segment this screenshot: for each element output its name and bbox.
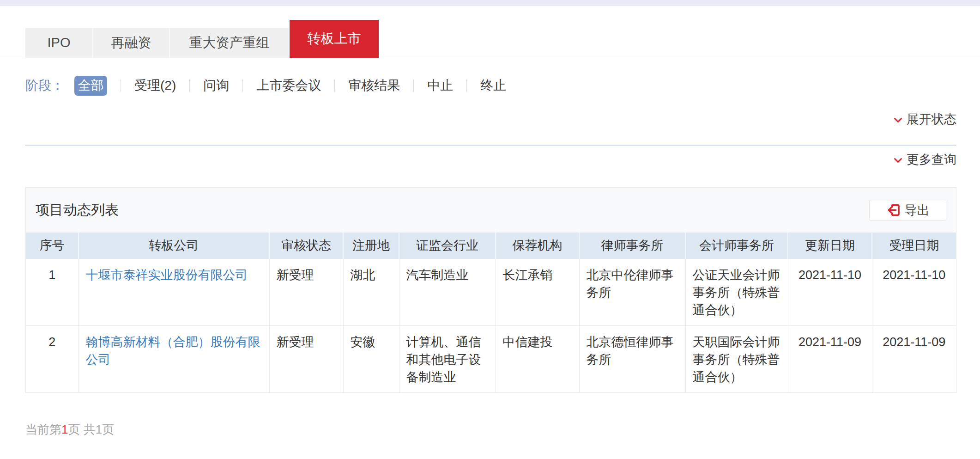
project-list-panel: 项目动态列表 导出 序号 转板公司 审核状态 注册地 证监 (25, 187, 956, 393)
cell-serial-number: 1 (26, 258, 79, 325)
chevron-down-icon (894, 158, 902, 163)
expand-status-toggle[interactable]: 展开状态 (25, 113, 956, 126)
table-row: 1 十堰市泰祥实业股份有限公司 新受理 湖北 汽车制造业 长江承销 北京中伦律师… (26, 258, 956, 325)
more-query-label[interactable]: 更多查询 (907, 151, 956, 168)
panel-header: 项目动态列表 导出 (26, 188, 956, 233)
cell-csrc-industry: 计算机、通信和其他电子设备制造业 (399, 325, 496, 392)
tab-major-asset-restructuring[interactable]: 重大资产重组 (170, 28, 290, 58)
export-button-label: 导出 (905, 202, 930, 219)
table-header-row: 序号 转板公司 审核状态 注册地 证监会行业 保荐机构 律师事务所 会计师事务所… (26, 233, 956, 258)
stage-option-suspended[interactable]: 中止 (414, 77, 466, 94)
table-row: 2 翰博高新材料（合肥）股份有限公司 新受理 安徽 计算机、通信和其他电子设备制… (26, 325, 956, 392)
top-strip (0, 0, 980, 6)
cell-transfer-company: 翰博高新材料（合肥）股份有限公司 (79, 325, 269, 392)
section-divider (25, 145, 956, 146)
cell-sponsor-institution: 长江承销 (496, 258, 579, 325)
tab-refinancing[interactable]: 再融资 (93, 28, 170, 58)
cell-csrc-industry: 汽车制造业 (399, 258, 496, 325)
header-review-status: 审核状态 (269, 233, 343, 258)
cell-acceptance-date: 2021-11-10 (872, 258, 956, 325)
header-acceptance-date: 受理日期 (872, 233, 956, 258)
pagination-suffix: 页 共1页 (68, 422, 114, 436)
expand-status-label[interactable]: 展开状态 (907, 111, 956, 128)
cell-accounting-firm: 公证天业会计师事务所（特殊普通合伙） (685, 258, 788, 325)
cell-review-status: 新受理 (269, 325, 343, 392)
tab-ipo[interactable]: IPO (25, 28, 93, 58)
cell-update-date: 2021-11-09 (788, 325, 872, 392)
header-transfer-company: 转板公司 (79, 233, 269, 258)
cell-review-status: 新受理 (269, 258, 343, 325)
export-button[interactable]: 导出 (869, 200, 946, 220)
company-link[interactable]: 翰博高新材料（合肥）股份有限公司 (86, 335, 260, 367)
cell-law-firm: 北京德恒律师事务所 (579, 325, 685, 392)
company-link[interactable]: 十堰市泰祥实业股份有限公司 (86, 268, 248, 282)
project-table: 序号 转板公司 审核状态 注册地 证监会行业 保荐机构 律师事务所 会计师事务所… (26, 233, 956, 392)
stage-option-terminated[interactable]: 终止 (467, 77, 520, 94)
header-law-firm: 律师事务所 (579, 233, 685, 258)
panel-title: 项目动态列表 (36, 201, 119, 220)
stage-filter-label: 阶段： (25, 77, 64, 94)
pagination-current-page: 1 (61, 422, 68, 436)
chevron-down-icon (894, 117, 902, 123)
stage-filter-row: 阶段： 全部 受理(2) 问询 上市委会议 审核结果 中止 终止 (25, 75, 956, 96)
more-query-toggle[interactable]: 更多查询 (25, 153, 956, 166)
header-registration-place: 注册地 (343, 233, 399, 258)
cell-registration-place: 湖北 (343, 258, 399, 325)
main-content: 阶段： 全部 受理(2) 问询 上市委会议 审核结果 中止 终止 展开状态 更多… (25, 75, 956, 438)
cell-update-date: 2021-11-10 (788, 258, 872, 325)
stage-option-listing-committee[interactable]: 上市委会议 (243, 77, 334, 94)
header-update-date: 更新日期 (788, 233, 872, 258)
header-serial-number: 序号 (26, 233, 79, 258)
export-icon (886, 203, 901, 217)
header-csrc-industry: 证监会行业 (399, 233, 496, 258)
tab-transfer-listing[interactable]: 转板上市 (290, 20, 379, 58)
stage-option-all[interactable]: 全部 (74, 76, 107, 96)
cell-acceptance-date: 2021-11-09 (872, 325, 956, 392)
header-sponsor-institution: 保荐机构 (496, 233, 579, 258)
stage-option-inquiry[interactable]: 问询 (190, 77, 242, 94)
pagination-prefix: 当前第 (25, 422, 61, 436)
tabs: IPO 再融资 重大资产重组 转板上市 (25, 20, 980, 58)
cell-registration-place: 安徽 (343, 325, 399, 392)
cell-sponsor-institution: 中信建投 (496, 325, 579, 392)
cell-accounting-firm: 天职国际会计师事务所（特殊普通合伙） (685, 325, 788, 392)
tabs-bar: IPO 再融资 重大资产重组 转板上市 (0, 6, 980, 58)
stage-option-accepted[interactable]: 受理(2) (121, 77, 189, 94)
stage-option-review-result[interactable]: 审核结果 (335, 77, 413, 94)
header-accounting-firm: 会计师事务所 (685, 233, 788, 258)
pagination: 当前第1页 共1页 (25, 422, 956, 438)
cell-serial-number: 2 (26, 325, 79, 392)
cell-transfer-company: 十堰市泰祥实业股份有限公司 (79, 258, 269, 325)
cell-law-firm: 北京中伦律师事务所 (579, 258, 685, 325)
